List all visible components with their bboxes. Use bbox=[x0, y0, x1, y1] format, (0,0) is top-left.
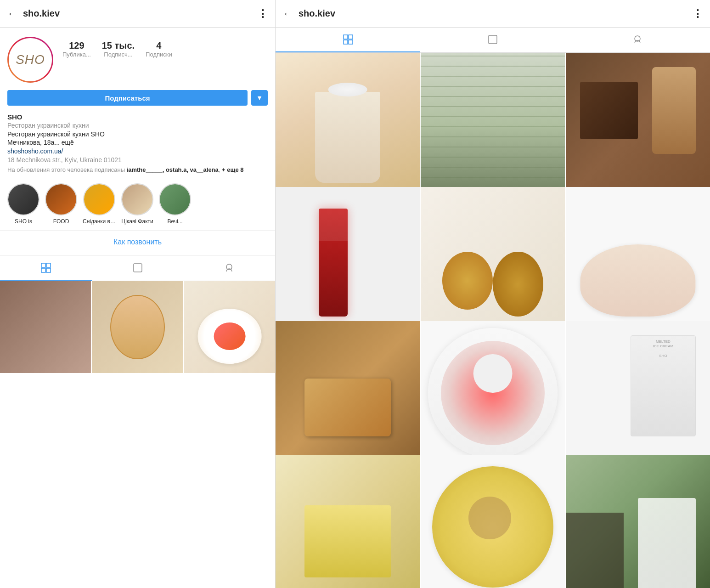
right-photo-2[interactable] bbox=[421, 53, 565, 197]
stat-following[interactable]: 4 Подписки bbox=[146, 40, 172, 58]
igtv-icon-left bbox=[132, 262, 143, 273]
svg-rect-10 bbox=[489, 35, 497, 44]
igtv-icon-right bbox=[487, 34, 498, 45]
story-circle-5 bbox=[159, 183, 191, 215]
right-header-left: ← sho.kiev bbox=[283, 8, 335, 20]
right-photo-10[interactable] bbox=[276, 455, 420, 588]
following-count: 4 bbox=[156, 40, 161, 51]
left-photo-3[interactable] bbox=[184, 281, 275, 373]
right-photo-3[interactable] bbox=[566, 53, 710, 197]
left-header: ← sho.kiev ⋮ bbox=[0, 0, 275, 28]
right-photo-8[interactable] bbox=[421, 321, 565, 465]
avatar-ring: SHO bbox=[7, 37, 53, 83]
stat-followers[interactable]: 15 тыс. Подписч... bbox=[102, 40, 135, 58]
story-image-4 bbox=[122, 184, 152, 215]
story-item-vech[interactable]: Вечі... bbox=[159, 183, 191, 225]
more-button-left[interactable]: ⋮ bbox=[258, 8, 268, 20]
stats-section: 129 Публика... 15 тыс. Подписч... 4 Подп… bbox=[62, 37, 268, 58]
call-button[interactable]: Как позвонить bbox=[7, 234, 268, 250]
followers-names[interactable]: iamthe_____, ostah.a, va__alena bbox=[127, 166, 219, 173]
tagged-icon-left bbox=[224, 262, 235, 273]
posts-label: Публика... bbox=[62, 51, 91, 58]
tab-grid-left[interactable] bbox=[0, 256, 92, 281]
profile-name: SHO bbox=[7, 113, 268, 121]
right-photo-12[interactable] bbox=[566, 455, 710, 588]
left-photo-1[interactable] bbox=[0, 281, 91, 373]
more-button-right[interactable]: ⋮ bbox=[693, 8, 703, 20]
svg-rect-9 bbox=[349, 40, 353, 44]
right-photo-6[interactable] bbox=[566, 187, 710, 331]
right-photo-7[interactable] bbox=[276, 321, 420, 465]
svg-rect-1 bbox=[46, 263, 51, 267]
dropdown-button[interactable]: ▾ bbox=[251, 90, 268, 106]
svg-rect-4 bbox=[134, 264, 142, 272]
tab-igtv-left[interactable] bbox=[92, 256, 184, 281]
subscribe-button[interactable]: Подписаться bbox=[7, 90, 248, 106]
grid-icon-left bbox=[40, 262, 51, 273]
tab-tagged-right[interactable] bbox=[565, 28, 710, 52]
story-image-5 bbox=[160, 184, 190, 215]
story-item-food[interactable]: FOOD bbox=[45, 183, 77, 225]
left-photo-2[interactable] bbox=[92, 281, 183, 373]
story-item-sho-is[interactable]: SHO is bbox=[7, 183, 39, 225]
call-row: Как позвонить bbox=[0, 230, 275, 256]
profile-link[interactable]: shoshosho.com.ua/ bbox=[7, 147, 268, 155]
svg-rect-8 bbox=[344, 40, 348, 44]
story-label-2: FOOD bbox=[53, 218, 69, 225]
tab-tagged-left[interactable] bbox=[183, 256, 275, 281]
right-photo-grid: MELTEDICE CREAMSHO bbox=[276, 53, 710, 588]
story-circle-4 bbox=[121, 183, 153, 215]
right-panel: ← sho.kiev ⋮ bbox=[276, 0, 710, 588]
avatar: SHO bbox=[9, 38, 52, 81]
story-label-3: Сніданки в ... bbox=[83, 218, 116, 225]
profile-followers-note: На обновления этого человека подписаны i… bbox=[7, 166, 268, 174]
story-label-5: Вечі... bbox=[167, 218, 182, 225]
stories-highlights: SHO is FOOD Сніданки в ... Цікаві Факти … bbox=[0, 178, 275, 230]
right-photo-9[interactable]: MELTEDICE CREAMSHO bbox=[566, 321, 710, 465]
story-item-fakty[interactable]: Цікаві Факти bbox=[121, 183, 153, 225]
story-circle-3 bbox=[83, 183, 115, 215]
story-item-snidanky[interactable]: Сніданки в ... bbox=[83, 183, 116, 225]
grid-icon-right bbox=[343, 34, 354, 45]
back-button-right[interactable]: ← bbox=[283, 8, 293, 20]
followers-more[interactable]: + еще 8 bbox=[222, 166, 243, 173]
story-label-1: SHO is bbox=[15, 218, 32, 225]
right-photo-1[interactable] bbox=[276, 53, 420, 197]
photo-grid-container: MELTEDICE CREAMSHO bbox=[276, 53, 710, 588]
right-photo-11[interactable] bbox=[421, 455, 565, 588]
tagged-icon-right bbox=[632, 34, 643, 45]
story-circle-2 bbox=[45, 183, 77, 215]
story-image-1 bbox=[8, 184, 39, 215]
right-tab-bar bbox=[276, 28, 710, 53]
svg-rect-6 bbox=[344, 35, 348, 39]
right-header: ← sho.kiev ⋮ bbox=[276, 0, 710, 28]
profile-category: Ресторан украинской кухни bbox=[7, 122, 268, 129]
left-photo-grid-partial bbox=[0, 281, 275, 373]
tab-grid-right[interactable] bbox=[276, 28, 420, 52]
left-username: sho.kiev bbox=[23, 8, 60, 19]
followers-label: Подписч... bbox=[104, 51, 132, 58]
followers-count: 15 тыс. bbox=[102, 40, 135, 51]
profile-section: SHO 129 Публика... 15 тыс. Подписч... 4 … bbox=[0, 28, 275, 90]
svg-rect-2 bbox=[41, 268, 45, 272]
svg-rect-7 bbox=[349, 35, 353, 39]
avatar-container: SHO bbox=[7, 37, 53, 83]
story-label-4: Цікаві Факти bbox=[121, 218, 153, 225]
subscribe-row: Подписаться ▾ bbox=[0, 90, 275, 111]
right-photo-5[interactable] bbox=[421, 187, 565, 331]
back-button[interactable]: ← bbox=[7, 8, 17, 20]
posts-count: 129 bbox=[69, 40, 84, 51]
bio-section: SHO Ресторан украинской кухни Ресторан у… bbox=[0, 111, 275, 178]
story-image-3 bbox=[84, 184, 114, 215]
svg-rect-3 bbox=[46, 268, 51, 272]
profile-description: Ресторан украинской кухни SHO bbox=[7, 130, 268, 138]
followers-text: На обновления этого человека подписаны bbox=[7, 166, 125, 173]
svg-rect-0 bbox=[41, 263, 45, 267]
stat-posts[interactable]: 129 Публика... bbox=[62, 40, 91, 58]
tab-igtv-right[interactable] bbox=[420, 28, 565, 52]
profile-location: 18 Mechnikova str., Kyiv, Ukraine 01021 bbox=[7, 156, 268, 164]
avatar-text: SHO bbox=[16, 52, 45, 67]
right-photo-4[interactable] bbox=[276, 187, 420, 331]
right-username: sho.kiev bbox=[299, 8, 335, 19]
header-left: ← sho.kiev bbox=[7, 8, 60, 20]
